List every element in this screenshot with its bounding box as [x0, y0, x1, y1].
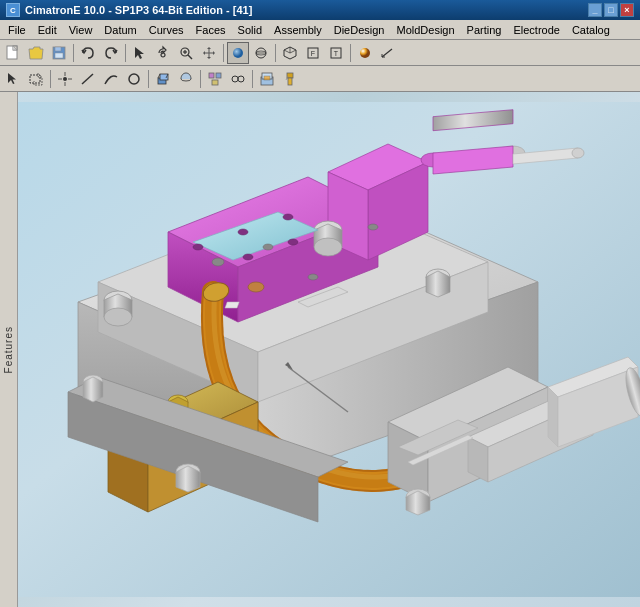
svg-point-33: [129, 74, 139, 84]
render-button[interactable]: [354, 42, 376, 64]
svg-marker-117: [176, 466, 200, 492]
app-title: CimatronE 10.0 - SP1P3 64-Bit Edition - …: [25, 4, 252, 16]
assemble-btn[interactable]: [204, 68, 226, 90]
svg-point-27: [63, 77, 67, 81]
menu-curves[interactable]: Curves: [143, 20, 190, 39]
menu-parting[interactable]: Parting: [461, 20, 508, 39]
redo-button[interactable]: [100, 42, 122, 64]
select-button[interactable]: [129, 42, 151, 64]
arc-btn[interactable]: [100, 68, 122, 90]
svg-rect-3: [55, 47, 61, 51]
svg-rect-26: [30, 75, 40, 83]
sep-5: [350, 44, 351, 62]
svg-rect-49: [288, 78, 292, 85]
svg-text:F: F: [311, 50, 315, 57]
menu-diedesign[interactable]: DieDesign: [328, 20, 391, 39]
iso-view-button[interactable]: [279, 42, 301, 64]
svg-point-104: [212, 258, 224, 266]
undo-button[interactable]: [77, 42, 99, 64]
svg-rect-4: [55, 53, 63, 58]
svg-point-5: [161, 53, 165, 57]
menu-faces[interactable]: Faces: [190, 20, 232, 39]
svg-point-69: [572, 148, 584, 158]
features-panel: Features: [0, 92, 18, 607]
svg-line-16: [284, 50, 290, 53]
main-layout: Features: [0, 92, 640, 607]
svg-point-107: [308, 274, 318, 280]
menu-bar: File Edit View Datum Curves Faces Solid …: [0, 20, 640, 40]
svg-line-32: [82, 74, 93, 84]
menu-view[interactable]: View: [63, 20, 99, 39]
sep-7: [148, 70, 149, 88]
app-icon: C: [6, 3, 20, 17]
svg-rect-47: [264, 76, 270, 80]
svg-point-10: [233, 48, 243, 58]
menu-catalog[interactable]: Catalog: [566, 20, 616, 39]
sep-8: [200, 70, 201, 88]
svg-point-106: [368, 224, 378, 230]
toolbar-2: [0, 66, 640, 92]
svg-point-22: [360, 48, 370, 58]
menu-molddesign[interactable]: MoldDesign: [390, 20, 460, 39]
maximize-button[interactable]: □: [604, 3, 618, 17]
revolve-btn[interactable]: [175, 68, 197, 90]
svg-point-77: [314, 238, 342, 256]
pan-button[interactable]: [198, 42, 220, 64]
extrude-btn[interactable]: [152, 68, 174, 90]
svg-point-43: [238, 76, 244, 82]
minimize-button[interactable]: _: [588, 3, 602, 17]
svg-line-7: [188, 55, 192, 59]
svg-marker-79: [426, 271, 450, 297]
menu-datum[interactable]: Datum: [98, 20, 142, 39]
sep-1: [73, 44, 74, 62]
features-label: Features: [3, 326, 14, 373]
new-button[interactable]: [2, 42, 24, 64]
arrow-select[interactable]: [2, 68, 24, 90]
mold-btn[interactable]: [256, 68, 278, 90]
svg-point-105: [263, 244, 273, 250]
svg-rect-48: [287, 73, 293, 78]
close-button[interactable]: ×: [620, 3, 634, 17]
line-btn[interactable]: [77, 68, 99, 90]
shaded-button[interactable]: [227, 42, 249, 64]
title-bar: C CimatronE 10.0 - SP1P3 64-Bit Edition …: [0, 0, 640, 20]
viewport-3d[interactable]: [18, 92, 640, 607]
top-view-button[interactable]: T: [325, 42, 347, 64]
svg-point-109: [238, 229, 248, 235]
sep-2: [125, 44, 126, 62]
svg-marker-99: [83, 377, 103, 402]
sep-6: [50, 70, 51, 88]
sep-3: [223, 44, 224, 62]
menu-assembly[interactable]: Assembly: [268, 20, 328, 39]
cad-scene-svg: [18, 92, 640, 607]
open-button[interactable]: [25, 42, 47, 64]
front-view-button[interactable]: F: [302, 42, 324, 64]
menu-edit[interactable]: Edit: [32, 20, 63, 39]
svg-point-111: [243, 254, 253, 260]
svg-text:T: T: [334, 50, 339, 57]
circle-btn[interactable]: [123, 68, 145, 90]
svg-rect-40: [216, 73, 221, 78]
point-btn[interactable]: [54, 68, 76, 90]
svg-marker-87: [548, 387, 558, 447]
save-button[interactable]: [48, 42, 70, 64]
mate-btn[interactable]: [227, 68, 249, 90]
menu-file[interactable]: File: [2, 20, 32, 39]
svg-line-17: [290, 50, 296, 53]
window-controls[interactable]: _ □ ×: [588, 3, 634, 17]
electrode-btn[interactable]: [279, 68, 301, 90]
wireframe-button[interactable]: [250, 42, 272, 64]
box-select[interactable]: [25, 68, 47, 90]
svg-point-74: [104, 308, 132, 326]
menu-electrode[interactable]: Electrode: [507, 20, 565, 39]
measure-button[interactable]: [377, 42, 399, 64]
svg-rect-39: [209, 73, 214, 78]
svg-rect-41: [212, 80, 218, 85]
zoom-button[interactable]: [175, 42, 197, 64]
sep-4: [275, 44, 276, 62]
sep-9: [252, 70, 253, 88]
menu-solid[interactable]: Solid: [232, 20, 268, 39]
svg-point-42: [232, 76, 238, 82]
svg-line-23: [382, 49, 392, 57]
rotate-button[interactable]: [152, 42, 174, 64]
